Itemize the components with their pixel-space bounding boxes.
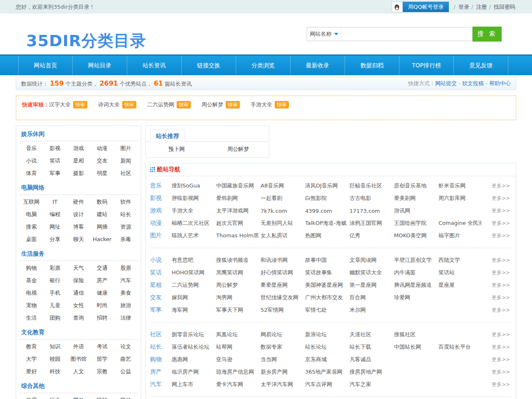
site-link[interactable]: 爱韩剧网 xyxy=(216,195,259,202)
sidebar-group-title[interactable]: 综合其他 xyxy=(20,379,138,393)
site-link[interactable]: 捌零音乐论坛 xyxy=(172,331,214,338)
site-link[interactable]: 一起看剧 xyxy=(261,195,303,202)
coolnav-row-label[interactable]: 小说 xyxy=(150,256,172,264)
site-link[interactable]: 珍爱网 xyxy=(394,294,437,301)
site-link[interactable]: 站长论坛 xyxy=(305,343,348,351)
nav-item[interactable]: 网站首页 xyxy=(18,56,73,75)
site-link[interactable]: 亿秀 xyxy=(350,232,392,239)
coolnav-row-label[interactable]: 图片 xyxy=(150,232,172,239)
site-link[interactable]: 汽车点评网 xyxy=(305,381,348,388)
sidebar-category-link[interactable]: 公益 xyxy=(114,365,138,378)
sidebar-category-link[interactable]: 大学 xyxy=(20,353,43,365)
sidebar-category-link[interactable]: 彩票 xyxy=(43,262,67,274)
sidebar-category-link[interactable]: 手机 xyxy=(43,287,67,299)
sidebar-category-link[interactable]: 汽车 xyxy=(114,274,138,287)
coolnav-row-label[interactable]: 汽车 xyxy=(150,381,172,388)
sidebar-category-link[interactable]: 团购 xyxy=(43,312,67,324)
site-link[interactable]: 周公解梦 xyxy=(216,281,259,289)
sidebar-category-link[interactable]: 查询 xyxy=(67,312,91,324)
sidebar-category-link[interactable]: 明星 xyxy=(90,167,114,180)
sidebar-category-link[interactable]: 互联网 xyxy=(20,196,43,208)
quick-review-site-link[interactable]: 手游大全 xyxy=(251,101,272,108)
sidebar-category-link[interactable]: 聊天 xyxy=(67,233,91,246)
sidebar-category-link[interactable]: 校园 xyxy=(43,353,67,365)
qq-login-button[interactable]: 用QQ帐号登录 xyxy=(403,2,449,12)
more-link[interactable]: 更多>> xyxy=(492,294,516,301)
site-link[interactable]: 文章阅读网 xyxy=(350,256,392,264)
site-link[interactable]: 爱美剧网 xyxy=(394,195,437,202)
site-link[interactable]: 白熊影院 xyxy=(305,195,348,202)
coolnav-row-label[interactable]: 影视 xyxy=(150,195,172,202)
coolnav-row-label[interactable]: 交友 xyxy=(150,294,172,301)
sidebar-category-link[interactable]: 曲艺 xyxy=(114,353,138,365)
sidebar-category-link[interactable]: 数码 xyxy=(90,196,114,208)
sidebar-category-link[interactable]: 博客 xyxy=(67,221,91,233)
site-link[interactable]: 广州大都市交友 xyxy=(305,294,348,301)
nav-item[interactable]: 链接交换 xyxy=(182,56,236,75)
sidebar-category-link[interactable]: 女性 xyxy=(67,299,91,312)
site-link[interactable]: 太平洋汽车网 xyxy=(261,381,303,388)
site-link[interactable]: 网易论坛 xyxy=(261,331,303,338)
coolnav-row-label[interactable]: 音乐 xyxy=(150,182,172,190)
coolnav-row-label[interactable]: 军事 xyxy=(150,306,172,314)
sidebar-category-link[interactable]: 小说 xyxy=(20,155,43,167)
site-link[interactable]: 古古电影 xyxy=(350,195,392,202)
more-link[interactable]: 更多>> xyxy=(492,307,516,314)
site-link[interactable]: 清风DJ音乐网 xyxy=(305,182,348,190)
more-link[interactable]: 更多>> xyxy=(492,269,516,276)
more-link[interactable]: 更多>> xyxy=(492,381,516,388)
sidebar-category-link[interactable]: 摄影 xyxy=(67,167,91,180)
site-link[interactable]: 凡客诚品 xyxy=(350,356,392,363)
site-link[interactable]: 4399.com xyxy=(305,208,348,214)
site-link[interactable]: 当当网 xyxy=(261,356,303,363)
more-link[interactable]: 更多>> xyxy=(492,257,516,264)
more-link[interactable]: 更多>> xyxy=(492,232,516,239)
site-link[interactable]: 惠惠网 xyxy=(172,356,214,363)
more-link[interactable]: 更多>> xyxy=(492,344,516,351)
more-link[interactable]: 更多>> xyxy=(492,220,516,227)
coolnav-row-label[interactable]: 站长 xyxy=(150,343,172,351)
sidebar-category-link[interactable]: 天气 xyxy=(67,262,91,274)
more-link[interactable]: 更多>> xyxy=(492,356,516,363)
sidebar-category-link[interactable]: 政府 xyxy=(20,394,43,399)
sidebar-category-link[interactable]: 股票 xyxy=(114,262,138,274)
sidebar-category-link[interactable]: 星相 xyxy=(67,155,91,167)
site-link[interactable]: 要爱星座网 xyxy=(261,281,303,289)
topbar-link[interactable]: 注册 xyxy=(470,4,487,10)
site-link[interactable]: 幽默笑话大全 xyxy=(350,269,392,276)
site-link[interactable]: 好心情笑话网 xyxy=(261,269,303,276)
site-link[interactable]: 琼海房产信息网 xyxy=(216,368,259,376)
sidebar-category-link[interactable]: 电视 xyxy=(20,287,43,299)
sidebar-category-link[interactable]: 分享 xyxy=(43,233,67,246)
site-link[interactable]: HOHO笑话网 xyxy=(172,269,214,276)
site-logo[interactable]: 35DIR分类目录 xyxy=(26,30,146,52)
site-link[interactable]: 天涯社区 xyxy=(350,331,392,338)
sidebar-category-link[interactable]: 图片 xyxy=(114,142,138,155)
site-link[interactable]: Comagine 全民漫 xyxy=(438,219,481,227)
site-link[interactable]: 太平洋游戏网 xyxy=(216,207,259,214)
site-link[interactable]: 52军情网 xyxy=(261,306,303,314)
site-link[interactable]: 新浪论坛 xyxy=(305,331,348,338)
site-link[interactable]: 半壁江原创文学 xyxy=(394,256,437,264)
sidebar-category-link[interactable]: 购物 xyxy=(20,262,43,274)
site-link[interactable]: 亚马逊 xyxy=(216,356,259,363)
sidebar-category-link[interactable]: 资源 xyxy=(114,221,138,233)
nav-item[interactable]: 分类浏览 xyxy=(236,56,291,75)
site-link[interactable]: 爱卡汽车网 xyxy=(216,381,259,388)
site-link[interactable]: 原创音乐基地 xyxy=(394,182,437,190)
site-link[interactable]: 京东商城 xyxy=(305,356,348,363)
sidebar-category-link[interactable]: 动漫 xyxy=(90,142,114,155)
site-link[interactable]: 汽车之家 xyxy=(350,381,392,388)
quick-review-badge[interactable]: 快审 xyxy=(122,101,136,108)
site-link[interactable]: 百合网 xyxy=(350,294,392,301)
sidebar-category-link[interactable]: 社区 xyxy=(114,167,138,180)
sidebar-category-link[interactable]: IT xyxy=(43,196,67,208)
nav-item[interactable]: 站长资讯 xyxy=(127,56,182,75)
quick-review-site-link[interactable]: 周公解梦 xyxy=(202,101,223,108)
sidebar-category-link[interactable]: 搜索 xyxy=(20,221,43,233)
sidebar-category-link[interactable]: 交友 xyxy=(90,155,114,167)
site-link[interactable]: 和讯读书网 xyxy=(261,256,303,264)
more-link[interactable]: 更多>> xyxy=(492,282,516,289)
sidebar-category-link[interactable]: 生活 xyxy=(20,312,43,324)
quick-review-site-link[interactable]: 汉字大全 xyxy=(49,101,71,108)
